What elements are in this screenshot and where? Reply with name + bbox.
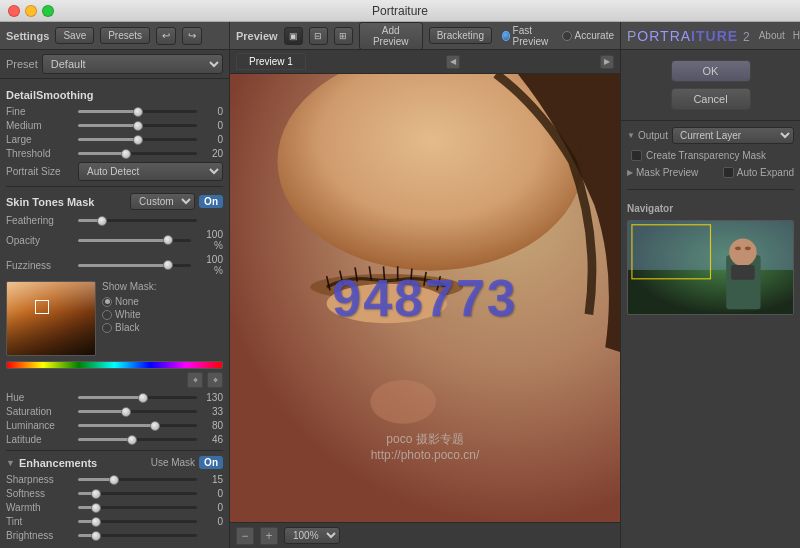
svg-point-9 <box>735 246 741 250</box>
radio-white[interactable] <box>102 310 112 320</box>
color-bar-area: ⌖ ⌖ <box>6 361 223 388</box>
help-link[interactable]: Help <box>793 30 800 41</box>
warmth-slider[interactable] <box>78 506 197 509</box>
watermark-text: poco 摄影专题 http://photo.poco.cn/ <box>371 431 480 462</box>
preview-nav-left[interactable]: ◀ <box>446 55 460 69</box>
view-btn-grid[interactable]: ⊞ <box>334 27 353 45</box>
output-row: ▼ Output Current Layer <box>627 127 794 144</box>
radio-none-row[interactable]: None <box>102 296 156 307</box>
softness-slider-row: Softness 0 <box>6 488 223 499</box>
hue-slider[interactable] <box>78 396 197 399</box>
view-btn-single[interactable]: ▣ <box>284 27 303 45</box>
enhancements-collapse[interactable]: ▼ <box>6 458 15 468</box>
accurate-option[interactable]: Accurate <box>562 30 614 41</box>
saturation-slider-row: Saturation 33 <box>6 406 223 417</box>
brightness-slider-row: Brightness <box>6 530 223 541</box>
skin-custom-select[interactable]: Custom <box>130 193 195 210</box>
eyedropper-btn-2[interactable]: ⌖ <box>207 372 223 388</box>
view-btn-split[interactable]: ⊟ <box>309 27 328 45</box>
large-slider[interactable] <box>78 138 197 141</box>
fine-value: 0 <box>201 106 223 117</box>
fuzziness-slider-row: Fuzziness 100 % <box>6 254 223 276</box>
softness-slider[interactable] <box>78 492 197 495</box>
color-gradient[interactable] <box>6 281 96 356</box>
minimize-button[interactable] <box>25 5 37 17</box>
sharpness-slider-row: Sharpness 15 <box>6 474 223 485</box>
accurate-label: Accurate <box>575 30 614 41</box>
mask-preview-collapse[interactable]: ▶ <box>627 168 633 177</box>
left-content: DetailSmoothing Fine 0 Medium 0 Large <box>0 79 229 548</box>
portrait-size-select[interactable]: Auto Detect <box>78 162 223 181</box>
fast-preview-option[interactable]: Fast Preview <box>502 25 554 47</box>
ok-button[interactable]: OK <box>671 60 751 82</box>
latitude-label: Latitude <box>6 434 74 445</box>
output-collapse[interactable]: ▼ <box>627 131 635 140</box>
skin-on-badge[interactable]: On <box>199 195 223 208</box>
medium-slider[interactable] <box>78 124 197 127</box>
preset-select[interactable]: Default <box>42 54 223 74</box>
watermark-line1: poco 摄影专题 <box>371 431 480 448</box>
saturation-slider[interactable] <box>78 410 197 413</box>
feathering-slider-row: Feathering <box>6 215 223 226</box>
enhancements-header: ▼ Enhancements Use Mask On <box>6 456 223 469</box>
threshold-slider[interactable] <box>78 152 197 155</box>
radio-white-row[interactable]: White <box>102 309 156 320</box>
fine-slider[interactable] <box>78 110 197 113</box>
brightness-slider[interactable] <box>78 534 197 537</box>
brightness-label: Brightness <box>6 530 74 541</box>
divider-2 <box>6 450 223 451</box>
medium-value: 0 <box>201 120 223 131</box>
latitude-slider[interactable] <box>78 438 197 441</box>
luminance-slider[interactable] <box>78 424 197 427</box>
sharpness-slider[interactable] <box>78 478 197 481</box>
maximize-button[interactable] <box>42 5 54 17</box>
output-select[interactable]: Current Layer <box>672 127 794 144</box>
save-button[interactable]: Save <box>55 27 94 44</box>
create-transparency-checkbox[interactable] <box>631 150 642 161</box>
skin-tones-title: Skin Tones Mask <box>6 196 126 208</box>
radio-none[interactable] <box>102 297 112 307</box>
softness-value: 0 <box>201 488 223 499</box>
preview-bottom-bar: − + 100% <box>230 522 620 548</box>
radio-black[interactable] <box>102 323 112 333</box>
zoom-minus-button[interactable]: − <box>236 527 254 545</box>
eyedropper-row: ⌖ ⌖ <box>6 372 223 388</box>
navigator-label: Navigator <box>627 203 794 214</box>
app-title-plain: P <box>627 28 637 44</box>
redo-button[interactable]: ↪ <box>182 27 202 45</box>
undo-button[interactable]: ↩ <box>156 27 176 45</box>
preview-tab-1[interactable]: Preview 1 <box>236 53 306 70</box>
fuzziness-slider[interactable] <box>78 264 191 267</box>
threshold-slider-row: Threshold 20 <box>6 148 223 159</box>
radio-black-row[interactable]: Black <box>102 322 156 333</box>
title-bar: Portraiture <box>0 0 800 22</box>
cancel-button[interactable]: Cancel <box>671 88 751 110</box>
opacity-value: 100 % <box>195 229 223 251</box>
left-panel: Settings Save Presets ↩ ↪ Preset Default… <box>0 22 230 548</box>
auto-expand-checkbox[interactable] <box>723 167 734 178</box>
zoom-select[interactable]: 100% <box>284 527 340 544</box>
preview-options: Fast Preview Accurate <box>502 25 614 47</box>
navigator-image[interactable] <box>627 220 794 315</box>
tint-slider[interactable] <box>78 520 197 523</box>
portrait-size-row: Portrait Size Auto Detect <box>6 162 223 181</box>
accurate-radio[interactable] <box>562 31 572 41</box>
feathering-slider[interactable] <box>78 219 197 222</box>
presets-button[interactable]: Presets <box>100 27 150 44</box>
softness-label: Softness <box>6 488 74 499</box>
add-preview-button[interactable]: Add Preview <box>359 22 423 50</box>
app-title: PORTRAITURE 2 <box>627 28 751 44</box>
zoom-plus-button[interactable]: + <box>260 527 278 545</box>
preview-nav-right[interactable]: ▶ <box>600 55 614 69</box>
fast-preview-radio[interactable] <box>502 31 510 41</box>
settings-label: Settings <box>6 30 49 42</box>
about-link[interactable]: About <box>759 30 785 41</box>
opacity-slider[interactable] <box>78 239 191 242</box>
right-panel: PORTRAITURE 2 About Help OK Cancel ▼ Out… <box>620 22 800 548</box>
enhancements-on-badge[interactable]: On <box>199 456 223 469</box>
eyedropper-btn-1[interactable]: ⌖ <box>187 372 203 388</box>
close-button[interactable] <box>8 5 20 17</box>
bracketing-button[interactable]: Bracketing <box>429 27 492 44</box>
auto-expand-label: Auto Expand <box>737 167 794 178</box>
luminance-slider-row: Luminance 80 <box>6 420 223 431</box>
